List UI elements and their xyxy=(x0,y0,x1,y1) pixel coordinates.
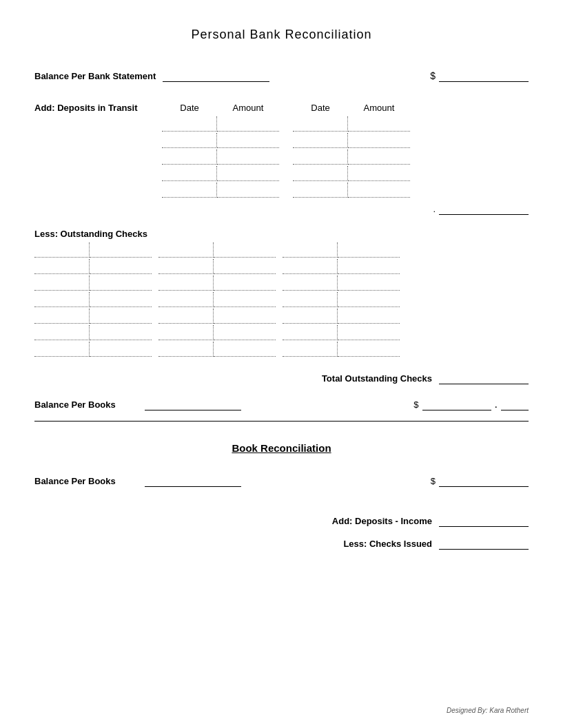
deposits-row-1-3 xyxy=(162,149,279,165)
deposits-amount-1-3[interactable] xyxy=(217,149,279,165)
book-balance-dollar-section: $ xyxy=(431,475,529,487)
check-date-c1-5[interactable] xyxy=(34,309,90,324)
checks-column-1 xyxy=(34,242,152,358)
check-date-c2-5[interactable] xyxy=(158,309,214,324)
check-row-c1-7 xyxy=(34,342,152,357)
check-date-c3-6[interactable] xyxy=(283,325,338,340)
deposits-date-2-3[interactable] xyxy=(293,149,348,165)
check-date-c2-3[interactable] xyxy=(158,275,214,291)
check-row-c3-7 xyxy=(283,342,400,357)
deposits-row-2-4 xyxy=(293,166,410,181)
check-amount-c3-7[interactable] xyxy=(338,342,400,357)
add-deposits-income-label: Add: Deposits - Income xyxy=(332,516,432,526)
check-date-c1-7[interactable] xyxy=(34,342,90,357)
deposits-amount-1-1[interactable] xyxy=(217,116,279,132)
outstanding-checks-label: Less: Outstanding Checks xyxy=(34,229,529,239)
deposits-date-2-1[interactable] xyxy=(293,116,348,132)
deposits-amount-2-5[interactable] xyxy=(348,183,410,198)
bank-balance-dot: . xyxy=(495,398,498,410)
check-date-c1-6[interactable] xyxy=(34,325,90,340)
check-row-c2-1 xyxy=(158,242,276,258)
deposits-amount-2-4[interactable] xyxy=(348,166,410,181)
check-row-c3-3 xyxy=(283,275,400,291)
check-date-c3-5[interactable] xyxy=(283,309,338,324)
deposits-amount-2-3[interactable] xyxy=(348,149,410,165)
check-date-c2-2[interactable] xyxy=(158,259,214,274)
bank-balance-books-row: Balance Per Books $ . xyxy=(34,398,529,410)
check-amount-c3-2[interactable] xyxy=(338,259,400,274)
check-amount-c2-4[interactable] xyxy=(214,292,276,307)
check-amount-c1-1[interactable] xyxy=(90,242,152,258)
deposits-input-rows xyxy=(162,116,529,199)
check-amount-c3-6[interactable] xyxy=(338,325,400,340)
check-amount-c3-4[interactable] xyxy=(338,292,400,307)
check-row-c2-6 xyxy=(158,325,276,340)
check-date-c1-3[interactable] xyxy=(34,275,90,291)
bank-balance-dollar-field[interactable] xyxy=(422,398,491,410)
check-amount-c1-7[interactable] xyxy=(90,342,152,357)
deposits-subtotal-field[interactable] xyxy=(439,202,529,215)
check-date-c2-6[interactable] xyxy=(158,325,214,340)
deposits-row-2-2 xyxy=(293,133,410,148)
deposits-date-1-2[interactable] xyxy=(162,133,217,148)
book-balance-books-row: Balance Per Books $ xyxy=(34,475,529,487)
deposits-col-headers: Date Amount Date Amount xyxy=(162,103,529,113)
check-date-c1-4[interactable] xyxy=(34,292,90,307)
book-balance-dollar-sign: $ xyxy=(431,476,436,486)
check-amount-c1-5[interactable] xyxy=(90,309,152,324)
check-amount-c2-7[interactable] xyxy=(214,342,276,357)
check-amount-c1-4[interactable] xyxy=(90,292,152,307)
bank-balance-cents-field[interactable] xyxy=(501,398,529,410)
check-date-c3-2[interactable] xyxy=(283,259,338,274)
deposits-date-1-4[interactable] xyxy=(162,166,217,181)
deposits-amount-1-2[interactable] xyxy=(217,133,279,148)
deposits-col1-date: Date xyxy=(162,103,217,113)
check-date-c3-7[interactable] xyxy=(283,342,338,357)
check-amount-c2-6[interactable] xyxy=(214,325,276,340)
check-amount-c3-1[interactable] xyxy=(338,242,400,258)
book-reconciliation-title: Book Reconciliation xyxy=(34,442,529,454)
deposits-date-1-5[interactable] xyxy=(162,183,217,198)
add-deposits-income-field[interactable] xyxy=(439,514,529,527)
check-amount-c2-1[interactable] xyxy=(214,242,276,258)
check-amount-c2-5[interactable] xyxy=(214,309,276,324)
check-amount-c2-2[interactable] xyxy=(214,259,276,274)
check-date-c2-1[interactable] xyxy=(158,242,214,258)
deposits-date-2-5[interactable] xyxy=(293,183,348,198)
check-row-c3-1 xyxy=(283,242,400,258)
deposits-row-1-4 xyxy=(162,166,279,181)
less-checks-issued-field[interactable] xyxy=(439,537,529,550)
check-date-c2-7[interactable] xyxy=(158,342,214,357)
deposits-amount-1-4[interactable] xyxy=(217,166,279,181)
deposits-amount-2-2[interactable] xyxy=(348,133,410,148)
checks-column-3 xyxy=(283,242,400,358)
bank-amount-field[interactable] xyxy=(439,70,529,82)
less-checks-issued-label: Less: Checks Issued xyxy=(343,539,432,549)
book-balance-dollar-field[interactable] xyxy=(439,475,529,487)
check-amount-c1-3[interactable] xyxy=(90,275,152,291)
book-balance-books-field[interactable] xyxy=(145,475,241,487)
bank-balance-books-field[interactable] xyxy=(145,398,241,410)
check-amount-c1-6[interactable] xyxy=(90,325,152,340)
check-amount-c2-3[interactable] xyxy=(214,275,276,291)
check-row-c1-5 xyxy=(34,309,152,324)
deposits-row-2-3 xyxy=(293,149,410,165)
check-date-c3-1[interactable] xyxy=(283,242,338,258)
balance-per-bank-field[interactable] xyxy=(163,70,269,82)
deposits-date-1-1[interactable] xyxy=(162,116,217,132)
check-date-c1-1[interactable] xyxy=(34,242,90,258)
check-amount-c1-2[interactable] xyxy=(90,259,152,274)
deposits-amount-1-5[interactable] xyxy=(217,183,279,198)
check-amount-c3-3[interactable] xyxy=(338,275,400,291)
deposits-date-1-3[interactable] xyxy=(162,149,217,165)
deposits-date-2-4[interactable] xyxy=(293,166,348,181)
deposits-section: Add: Deposits in Transit Date Amount Dat… xyxy=(34,103,529,215)
total-outstanding-field[interactable] xyxy=(439,372,529,384)
check-date-c3-4[interactable] xyxy=(283,292,338,307)
check-amount-c3-5[interactable] xyxy=(338,309,400,324)
check-date-c1-2[interactable] xyxy=(34,259,90,274)
check-date-c2-4[interactable] xyxy=(158,292,214,307)
deposits-amount-2-1[interactable] xyxy=(348,116,410,132)
check-date-c3-3[interactable] xyxy=(283,275,338,291)
deposits-date-2-2[interactable] xyxy=(293,133,348,148)
